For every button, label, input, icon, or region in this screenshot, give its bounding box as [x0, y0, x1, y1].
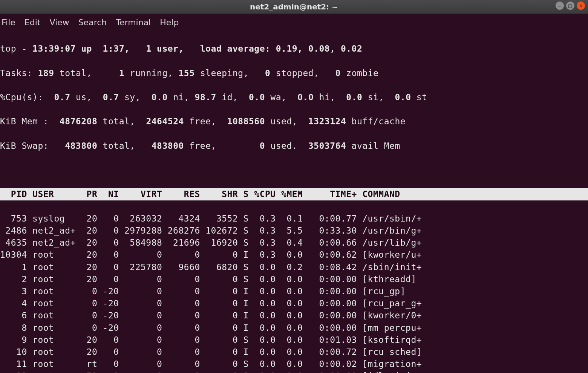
mem-used-lbl: used,: [270, 116, 303, 126]
mem-total-lbl: total,: [103, 116, 141, 126]
cpu-si-lbl: si,: [368, 92, 395, 102]
top-label: top -: [0, 44, 32, 54]
tasks-sleeping: 155: [178, 68, 200, 78]
summary-mem: KiB Mem : 4876208 total, 2464524 free, 1…: [0, 115, 588, 127]
cpu-label: %Cpu(s):: [0, 92, 54, 102]
tasks-total: 189: [32, 68, 60, 78]
tasks-label: Tasks:: [0, 68, 32, 78]
window-title: net2_admin@net2: ~: [250, 2, 338, 11]
swap-free-lbl: free,: [189, 141, 222, 151]
swap-label: KiB Swap:: [0, 141, 54, 151]
mem-buff-lbl: buff/cache: [352, 116, 406, 126]
cpu-st: 0.0: [395, 92, 416, 102]
cpu-wa: 0.0: [249, 92, 270, 102]
swap-total-lbl: total,: [103, 141, 141, 151]
minimize-icon[interactable]: –: [556, 2, 564, 10]
cpu-id: 98.7: [195, 92, 222, 102]
cpu-us: 0.7: [54, 92, 75, 102]
swap-used-lbl: used.: [270, 141, 303, 151]
menu-search[interactable]: Search: [78, 18, 107, 27]
process-row: 4 root 0 -20 0 0 0 I 0.0 0.0 0:00.00 [rc…: [0, 297, 588, 309]
process-row: 11 root rt 0 0 0 0 S 0.0 0.0 0:00.02 [mi…: [0, 358, 588, 370]
process-table-header: PID USER PR NI VIRT RES SHR S %CPU %MEM …: [0, 188, 588, 200]
blank-line: [0, 164, 588, 176]
swap-total: 483800: [54, 141, 103, 151]
cpu-sy: 0.7: [103, 92, 124, 102]
process-row: 2486 net2_ad+ 20 0 2979288 268276 102672…: [0, 225, 588, 237]
tasks-zombie-lbl: zombie: [346, 68, 378, 78]
process-row: 1 root 20 0 225780 9660 6820 S 0.0 0.2 0…: [0, 261, 588, 273]
process-row: 10 root 20 0 0 0 0 I 0.0 0.0 0:00.72 [rc…: [0, 346, 588, 358]
cpu-hi-lbl: hi,: [319, 92, 346, 102]
window-titlebar: net2_admin@net2: ~ – ◻ ×: [0, 0, 588, 14]
tasks-total-lbl: total,: [60, 68, 108, 78]
cpu-ni: 0.0: [152, 92, 173, 102]
process-row: 6 root 0 -20 0 0 0 I 0.0 0.0 0:00.00 [kw…: [0, 309, 588, 321]
mem-used: 1088560: [222, 116, 270, 126]
process-row: 8 root 0 -20 0 0 0 I 0.0 0.0 0:00.00 [mm…: [0, 322, 588, 334]
close-icon[interactable]: ×: [577, 2, 585, 10]
process-row: 2 root 20 0 0 0 0 S 0.0 0.0 0:00.00 [kth…: [0, 273, 588, 285]
swap-avail-lbl: avail Mem: [352, 141, 400, 151]
tasks-sleeping-lbl: sleeping,: [200, 68, 265, 78]
menubar: File Edit View Search Terminal Help: [0, 14, 588, 31]
summary-swap: KiB Swap: 483800 total, 483800 free, 0 u…: [0, 140, 588, 152]
tasks-running-lbl: running,: [130, 68, 178, 78]
process-row: 12 root -51 0 0 0 0 S 0.0 0.0 0:00.00 [i…: [0, 370, 588, 373]
uptime-value: 13:39:07 up 1:37, 1 user, load average: …: [32, 44, 362, 54]
mem-label: KiB Mem :: [0, 116, 54, 126]
swap-free: 483800: [141, 141, 189, 151]
cpu-si: 0.0: [346, 92, 368, 102]
menu-edit[interactable]: Edit: [24, 18, 41, 27]
tasks-zombie: 0: [335, 68, 346, 78]
process-row: 9 root 20 0 0 0 0 S 0.0 0.0 0:01.03 [kso…: [0, 334, 588, 346]
menu-terminal[interactable]: Terminal: [116, 18, 151, 27]
mem-free: 2464524: [141, 116, 189, 126]
window-controls: – ◻ ×: [556, 2, 585, 10]
cpu-sy-lbl: sy,: [124, 92, 152, 102]
process-row: 10304 root 20 0 0 0 0 I 0.3 0.0 0:00.62 …: [0, 249, 588, 261]
process-row: 4635 net2_ad+ 20 0 584988 21696 16920 S …: [0, 237, 588, 249]
cpu-ni-lbl: ni,: [173, 92, 194, 102]
cpu-id-lbl: id,: [222, 92, 249, 102]
maximize-icon[interactable]: ◻: [566, 2, 574, 10]
cpu-st-lbl: st: [416, 92, 427, 102]
process-row: 3 root 0 -20 0 0 0 I 0.0 0.0 0:00.00 [rc…: [0, 285, 588, 297]
tasks-stopped: 0: [265, 68, 276, 78]
cpu-hi: 0.0: [297, 92, 319, 102]
menu-file[interactable]: File: [2, 18, 15, 27]
mem-total: 4876208: [54, 116, 103, 126]
process-row: 753 syslog 20 0 263032 4324 3552 S 0.3 0…: [0, 212, 588, 225]
tasks-stopped-lbl: stopped,: [276, 68, 335, 78]
menu-help[interactable]: Help: [160, 18, 179, 27]
tasks-running: 1: [108, 68, 130, 78]
swap-avail: 3503764: [303, 141, 351, 151]
summary-tasks: Tasks: 189 total, 1 running, 155 sleepin…: [0, 67, 588, 79]
cpu-wa-lbl: wa,: [270, 92, 297, 102]
menu-view[interactable]: View: [49, 18, 69, 27]
summary-cpu: %Cpu(s): 0.7 us, 0.7 sy, 0.0 ni, 98.7 id…: [0, 91, 588, 103]
cpu-us-lbl: us,: [76, 92, 103, 102]
summary-uptime: top - 13:39:07 up 1:37, 1 user, load ave…: [0, 43, 588, 55]
mem-free-lbl: free,: [189, 116, 222, 126]
mem-buff: 1323124: [303, 116, 351, 126]
swap-used: 0: [222, 141, 270, 151]
terminal-output[interactable]: top - 13:39:07 up 1:37, 1 user, load ave…: [0, 31, 588, 373]
